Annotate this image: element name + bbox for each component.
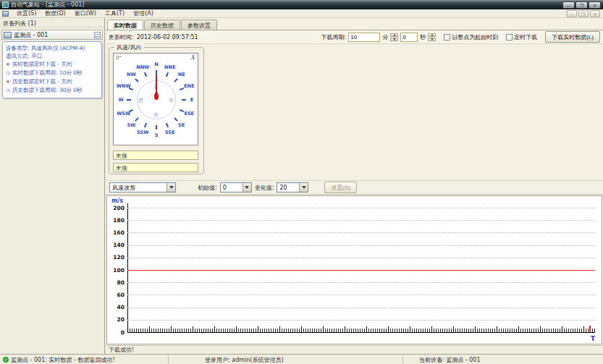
current-position-marker xyxy=(589,326,591,332)
compass-tick xyxy=(144,72,147,77)
compass-tick xyxy=(144,123,147,127)
status-message-panel: ✓ 监测点 - 001: 实时数据 - 数据返回成功! xyxy=(1,355,169,364)
current-device-panel: 当前设备: 监测点 - 001 xyxy=(403,355,603,364)
compass-tick xyxy=(165,123,168,127)
menu-manage[interactable]: 管理(A) xyxy=(129,9,158,18)
main-panel: 实时数据 历史数据 参数设置 更新时间: 2012-06-02 09:57:51… xyxy=(106,18,603,354)
toolbar: 更新时间: 2012-06-02 09:57:51 下载周期: 分 秒 以整点为… xyxy=(106,30,603,44)
status-bar: ✓ 监测点 - 001: 实时数据 - 数据返回成功! 登录用户: admin(… xyxy=(0,354,603,364)
set-button[interactable]: 设置(S) xyxy=(324,182,357,193)
download-realtime-button[interactable]: 下载实时数据(L) xyxy=(545,31,600,43)
login-user-text: 登录用户: admin(系统管理员) xyxy=(205,356,284,364)
device-info-line: ◷实时数据下载周期: 10分 0秒 xyxy=(6,69,99,77)
compass-rose: 0° X 北 南 东 西 NNNENEENEEESESESSESSSWSWWSW… xyxy=(113,53,198,145)
gridline xyxy=(127,220,595,221)
wind-group-title: 风速/风向 xyxy=(114,43,144,51)
compass-tick xyxy=(129,109,133,111)
device-info-line: ×实时数据定时下载 - 关闭 xyxy=(6,60,99,69)
y-axis-line xyxy=(127,203,128,332)
compass-tick xyxy=(135,78,139,82)
tab-realtime-data[interactable]: 实时数据 xyxy=(107,20,143,30)
y-axis-tick-label: 100 xyxy=(107,267,125,274)
clock-icon: ◷ xyxy=(6,87,12,95)
device-list-header: 设备列表 (1) xyxy=(0,18,104,27)
align-to-hour-checkbox[interactable]: 以整点为起始时刻 xyxy=(444,33,498,41)
tab-parameter-settings[interactable]: 参数设置 xyxy=(181,20,217,30)
app-icon xyxy=(2,1,9,8)
dropdown-arrow-icon[interactable] xyxy=(166,183,175,192)
compass-east-cn: 东 xyxy=(169,97,174,104)
compass-direction-label: SSE xyxy=(162,130,178,135)
login-user-panel: 登录用户: admin(系统管理员) xyxy=(169,355,403,364)
minutes-unit-label: 分 xyxy=(382,33,388,41)
tab-strip: 实时数据 历史数据 参数设置 xyxy=(107,20,217,30)
seconds-unit-label: 秒 xyxy=(420,33,426,41)
wind-speed-field: 未接 xyxy=(113,151,198,160)
gridline xyxy=(127,282,595,283)
waveform-select[interactable]: 风速波形 xyxy=(109,182,176,192)
compass-direction-label: NW xyxy=(123,72,139,77)
dropdown-arrow-icon[interactable] xyxy=(243,183,251,192)
disabled-icon: × xyxy=(6,61,12,69)
wind-group: 风速/风向 0° X 北 南 东 西 NNNENEENEEESESESSESSS… xyxy=(109,47,204,174)
device-info-box: 设备类型: 风速风向仪 (ACPM-4)通讯方式: 串口×实时数据定时下载 - … xyxy=(2,41,102,98)
timed-download-label: 定时下载 xyxy=(514,33,537,41)
collapse-icon[interactable] xyxy=(94,32,101,38)
y-axis-tick-label: 160 xyxy=(107,229,125,236)
mdi-restore-button[interactable]: ❐ xyxy=(578,10,589,17)
compass-direction-label: S xyxy=(148,132,164,138)
device-info-line: 设备类型: 风速风向仪 (ACPM-4) xyxy=(6,44,99,52)
period-seconds-input[interactable] xyxy=(400,33,418,42)
seconds-stepper[interactable] xyxy=(428,33,436,41)
close-button[interactable]: ✕ xyxy=(589,1,601,9)
y-axis-tick-label: 140 xyxy=(107,242,125,248)
compass-tick xyxy=(156,125,157,130)
align-to-hour-label: 以整点为起始时刻 xyxy=(452,33,498,41)
compass-south-cn: 南 xyxy=(153,111,159,119)
compass-tick xyxy=(174,78,178,82)
gridline xyxy=(127,232,595,233)
maximize-button[interactable]: ❐ xyxy=(575,1,588,9)
y-axis-tick-label: 40 xyxy=(107,304,125,310)
checkbox-icon[interactable] xyxy=(506,34,513,41)
compass-tick xyxy=(174,117,178,122)
waveform-controls: 风速波形 初始值: 0 变化值: 20 设置(S) xyxy=(106,180,603,195)
compass-direction-label: NNW xyxy=(135,64,151,70)
update-time-label: 更新时间: xyxy=(109,33,134,41)
compass-direction-label: SE xyxy=(174,122,190,128)
compass-tick xyxy=(182,99,186,101)
compass-direction-label: SW xyxy=(123,122,139,128)
window-title: 自动气象站 - [监测点 - 001] xyxy=(11,1,562,9)
period-minutes-input[interactable] xyxy=(348,33,380,42)
device-tree-item[interactable]: 监测点 - 001 xyxy=(1,30,103,40)
initial-value: 0 xyxy=(223,185,227,191)
minimize-button[interactable]: — xyxy=(562,1,575,9)
menu-tools[interactable]: 工具(T) xyxy=(101,9,129,18)
device-icon xyxy=(4,32,12,38)
x-axis-major-ticks xyxy=(127,326,595,332)
app-window: 自动气象站 - [监测点 - 001] — ❐ ✕ 设置(S) 数据(D) 窗口… xyxy=(0,0,603,364)
wind-direction-field: 未接 xyxy=(113,163,198,172)
current-device-text: 当前设备: 监测点 - 001 xyxy=(419,356,480,364)
timed-download-checkbox[interactable]: 定时下载 xyxy=(506,33,537,41)
wind-direction-degree: 0° xyxy=(116,55,122,61)
wind-speed-series-line xyxy=(127,270,595,271)
x-axis-line xyxy=(127,332,595,333)
dropdown-arrow-icon[interactable] xyxy=(299,183,308,192)
compass-tick xyxy=(180,109,184,111)
menu-settings[interactable]: 设置(S) xyxy=(12,9,41,18)
menu-data[interactable]: 数据(D) xyxy=(41,9,69,18)
download-status-bar: 下载成功! xyxy=(106,345,603,354)
mdi-minimize-button[interactable]: — xyxy=(567,10,577,17)
tab-history-data[interactable]: 历史数据 xyxy=(144,20,180,30)
minutes-stepper[interactable] xyxy=(390,33,398,41)
clock-icon: ◷ xyxy=(6,69,12,77)
compass-direction-label: NE xyxy=(174,72,190,77)
initial-value-select[interactable]: 0 xyxy=(220,182,252,192)
change-value-select[interactable]: 20 xyxy=(277,182,308,192)
mdi-close-button[interactable]: ✕ xyxy=(590,10,600,17)
compass-corner-mark: X xyxy=(190,54,195,61)
menu-window[interactable]: 窗口(W) xyxy=(70,9,101,18)
download-status-text: 下载成功! xyxy=(109,347,134,353)
checkbox-icon[interactable] xyxy=(444,34,450,41)
